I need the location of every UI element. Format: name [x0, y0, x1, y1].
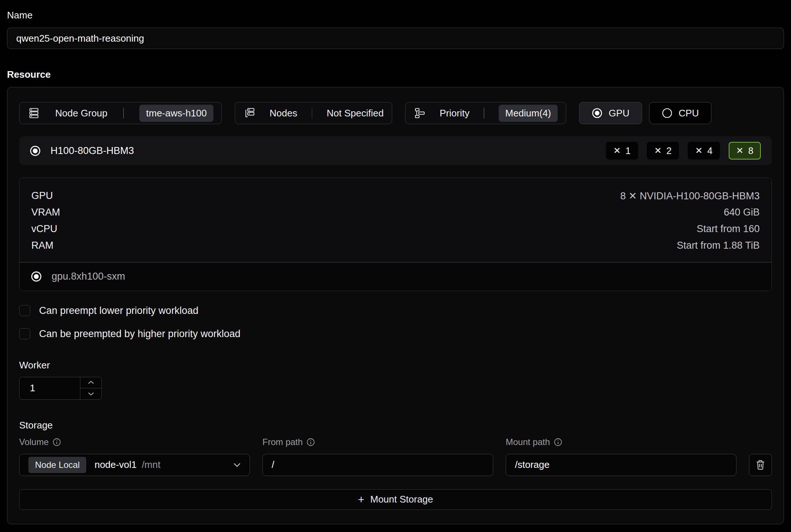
from-path-column: From path — [262, 437, 493, 476]
multiplier-value: 1 — [626, 146, 631, 156]
divider — [123, 108, 124, 119]
node-group-selector[interactable]: Node Group tme-aws-h100 — [19, 102, 222, 124]
radio-selected-icon — [31, 271, 42, 282]
instance-type-radio-row[interactable]: gpu.8xh100-sxm — [20, 263, 771, 291]
spec-row-ram: RAM Start from 1.88 TiB — [31, 237, 760, 254]
priority-value: Medium(4) — [499, 105, 558, 122]
spec-value: Start from 1.88 TiB — [677, 240, 760, 251]
volume-type-badge: Node Local — [28, 457, 86, 473]
multiplier-value: 8 — [748, 146, 753, 156]
name-label: Name — [7, 10, 784, 21]
mount-storage-button[interactable]: + Mount Storage — [19, 489, 772, 510]
gpu-model-name: H100-80GB-HBM3 — [50, 145, 134, 157]
device-toggle-group: GPU CPU — [579, 102, 711, 124]
stepper-increment-button[interactable] — [80, 377, 101, 388]
checkbox-unchecked[interactable] — [19, 328, 30, 339]
spec-label: VRAM — [31, 207, 60, 218]
stepper-buttons — [80, 377, 101, 399]
priority-levels-icon — [414, 108, 425, 119]
spec-label: RAM — [31, 240, 53, 251]
instance-spec-box: GPU 8 ✕ NVIDIA-H100-80GB-HBM3 VRAM 640 G… — [19, 178, 772, 291]
radio-selected-icon — [592, 108, 603, 119]
multiplier-button-8-selected[interactable]: ✕ 8 — [729, 142, 761, 160]
chevron-down-icon — [88, 392, 94, 396]
name-input[interactable] — [7, 28, 784, 49]
volume-label-row: Volume — [19, 437, 250, 447]
mount-path-label-row: Mount path — [506, 437, 736, 447]
volume-select[interactable]: Node Local node-vol1 /mnt — [19, 454, 250, 476]
radio-unselected-icon — [662, 108, 673, 119]
preempted-higher-checkbox-row[interactable]: Can be preempted by higher priority work… — [19, 328, 772, 340]
spec-row-vcpu: vCPU Start from 160 — [31, 221, 760, 237]
gpu-radio-label: GPU — [609, 108, 629, 119]
divider — [484, 108, 484, 119]
times-icon: ✕ — [613, 146, 621, 156]
from-path-label: From path — [262, 437, 303, 447]
volume-column: Volume Node Local node-vol1 /mnt — [19, 437, 250, 476]
info-icon[interactable] — [306, 438, 315, 447]
multiplier-value: 4 — [707, 146, 712, 156]
volume-name: node-vol1 — [94, 459, 136, 470]
spec-summary: GPU 8 ✕ NVIDIA-H100-80GB-HBM3 VRAM 640 G… — [20, 178, 771, 262]
resource-panel: Node Group tme-aws-h100 Nodes Not Spec — [7, 87, 784, 524]
from-path-input[interactable] — [272, 459, 484, 470]
times-icon: ✕ — [736, 146, 743, 156]
worker-count-stepper — [19, 377, 102, 400]
resource-controls-row: Node Group tme-aws-h100 Nodes Not Spec — [19, 102, 772, 124]
plus-icon: + — [358, 493, 365, 506]
mount-path-input[interactable] — [515, 459, 727, 470]
server-stack-icon — [28, 108, 39, 119]
spec-label: vCPU — [31, 223, 58, 235]
priority-label: Priority — [440, 108, 470, 119]
volume-path: /mnt — [142, 459, 161, 470]
stepper-decrement-button[interactable] — [80, 388, 101, 399]
spec-value: 640 GiB — [724, 207, 760, 218]
worker-label: Worker — [19, 360, 772, 371]
radio-selected-icon — [29, 145, 41, 157]
mount-path-field — [506, 454, 736, 476]
spec-row-gpu: GPU 8 ✕ NVIDIA-H100-80GB-HBM3 — [31, 188, 760, 204]
info-icon[interactable] — [554, 438, 562, 447]
trash-icon — [755, 459, 766, 470]
nodes-selector[interactable]: Nodes Not Specified — [235, 102, 392, 124]
times-icon: ✕ — [695, 146, 703, 156]
mount-path-label: Mount path — [506, 437, 550, 447]
node-tree-icon — [244, 108, 255, 119]
checkbox-unchecked[interactable] — [19, 305, 30, 316]
spec-row-vram: VRAM 640 GiB — [31, 204, 760, 221]
multiplier-button-2[interactable]: ✕ 2 — [647, 142, 679, 160]
priority-selector[interactable]: Priority Medium(4) — [405, 102, 566, 124]
times-icon: ✕ — [654, 146, 662, 156]
multiplier-value: 2 — [666, 146, 672, 156]
nodes-value: Not Specified — [327, 108, 384, 119]
storage-heading: Storage — [19, 420, 772, 431]
cpu-radio-button[interactable]: CPU — [649, 102, 711, 124]
volume-label: Volume — [19, 437, 49, 447]
resource-section-label: Resource — [7, 69, 784, 80]
delete-storage-button[interactable] — [749, 454, 772, 476]
preempted-higher-label: Can be preempted by higher priority work… — [39, 328, 240, 340]
spec-value: Start from 160 — [697, 223, 760, 235]
chevron-up-icon — [88, 381, 94, 384]
node-group-value: tme-aws-h100 — [139, 105, 213, 122]
multiplier-button-1[interactable]: ✕ 1 — [606, 142, 638, 160]
chevron-down-icon — [233, 463, 241, 467]
multiplier-button-4[interactable]: ✕ 4 — [688, 142, 720, 160]
preempt-lower-checkbox-row[interactable]: Can preempt lower priority workload — [19, 305, 772, 316]
from-path-label-row: From path — [262, 437, 493, 447]
instance-type-name: gpu.8xh100-sxm — [52, 271, 125, 282]
from-path-field — [262, 454, 493, 476]
workload-config-page: Name Resource Node Group — [0, 0, 791, 524]
divider — [312, 108, 313, 119]
gpu-model-row[interactable]: H100-80GB-HBM3 ✕ 1 ✕ 2 ✕ 4 ✕ 8 — [19, 136, 772, 165]
node-group-label: Node Group — [55, 108, 108, 119]
nodes-label: Nodes — [269, 108, 297, 119]
spec-value: 8 ✕ NVIDIA-H100-80GB-HBM3 — [620, 190, 760, 202]
gpu-radio-button[interactable]: GPU — [579, 102, 642, 124]
mount-storage-button-label: Mount Storage — [370, 494, 433, 505]
spec-label: GPU — [31, 190, 53, 202]
delete-storage-column — [749, 454, 772, 476]
gpu-multiplier-group: ✕ 1 ✕ 2 ✕ 4 ✕ 8 — [606, 142, 761, 160]
info-icon[interactable] — [52, 438, 61, 447]
worker-count-input[interactable] — [20, 377, 80, 399]
